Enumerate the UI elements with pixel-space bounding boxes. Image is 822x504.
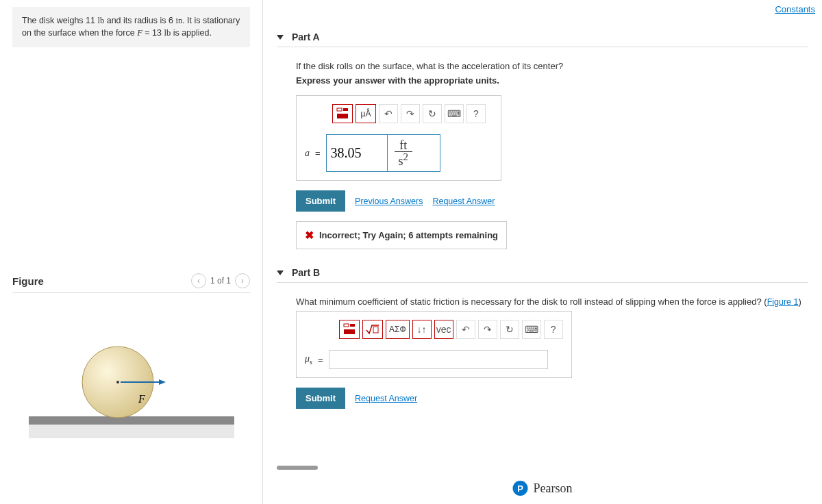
svg-rect-11 bbox=[344, 329, 355, 334]
request-answer-link-a[interactable]: Request Answer bbox=[432, 197, 495, 206]
request-answer-link-b[interactable]: Request Answer bbox=[355, 394, 417, 403]
figure-title: Figure bbox=[12, 275, 44, 287]
pearson-footer: P Pearson bbox=[513, 481, 573, 496]
part-a-title: Part A bbox=[292, 32, 320, 42]
svg-marker-5 bbox=[159, 379, 166, 385]
scroll-indicator[interactable] bbox=[277, 466, 318, 470]
redo-button[interactable]: ↷ bbox=[401, 104, 420, 123]
figure-pager: 1 of 1 bbox=[210, 276, 231, 286]
templates-button-b[interactable] bbox=[339, 320, 360, 339]
reset-button-b[interactable]: ↻ bbox=[500, 320, 519, 339]
svg-rect-6 bbox=[337, 108, 342, 111]
figure-next-button[interactable]: › bbox=[235, 273, 250, 288]
part-b-title: Part B bbox=[292, 267, 320, 278]
svg-rect-9 bbox=[344, 324, 349, 327]
svg-rect-0 bbox=[29, 416, 234, 425]
problem-statement: The disk weighs 11 lb and its radius is … bbox=[12, 7, 250, 47]
part-b-variable: μs bbox=[305, 353, 312, 366]
part-b-answer-box: ΑΣФ ↓↑ vec ↶ ↷ ↻ ⌨ ? μs = bbox=[296, 311, 572, 378]
x-icon: ✖ bbox=[305, 229, 314, 242]
templates-button[interactable] bbox=[332, 104, 353, 123]
reset-button[interactable]: ↻ bbox=[423, 104, 442, 123]
part-b-prompt: What minimum coefficient of static frict… bbox=[296, 297, 808, 307]
figure-image: F bbox=[12, 334, 250, 444]
left-column: The disk weighs 11 lb and its radius is … bbox=[0, 0, 263, 504]
keyboard-button-b[interactable]: ⌨ bbox=[522, 320, 541, 339]
arrows-button[interactable]: ↓↑ bbox=[412, 320, 432, 339]
redo-button-b[interactable]: ↷ bbox=[478, 320, 497, 339]
part-a-prompt: If the disk rolls on the surface, what i… bbox=[296, 61, 808, 71]
help-button[interactable]: ? bbox=[466, 104, 486, 123]
part-a-instruct: Express your answer with the appropriate… bbox=[296, 75, 808, 86]
help-button-b[interactable]: ? bbox=[544, 320, 563, 339]
figure-prev-button[interactable]: ‹ bbox=[191, 273, 206, 288]
part-a-units[interactable]: ft s2 bbox=[388, 134, 441, 172]
force-label: F bbox=[138, 393, 145, 405]
svg-rect-1 bbox=[29, 425, 234, 438]
part-b-value-input[interactable] bbox=[329, 350, 548, 369]
part-a-answer-box: µÅ ↶ ↷ ↻ ⌨ ? a = ft s2 bbox=[296, 95, 501, 181]
svg-rect-8 bbox=[337, 114, 348, 118]
undo-button[interactable]: ↶ bbox=[379, 104, 398, 123]
part-a-value-input[interactable] bbox=[326, 134, 388, 172]
greek-button[interactable]: ΑΣФ bbox=[386, 320, 410, 339]
right-column: Part A If the disk rolls on the surface,… bbox=[263, 0, 822, 504]
equals-sign: = bbox=[315, 148, 321, 158]
caret-down-icon bbox=[277, 270, 284, 275]
svg-rect-12 bbox=[373, 327, 378, 333]
feedback-message: ✖ Incorrect; Try Again; 6 attempts remai… bbox=[296, 221, 507, 249]
equals-sign-b: = bbox=[318, 355, 323, 365]
svg-rect-10 bbox=[350, 324, 355, 327]
keyboard-button[interactable]: ⌨ bbox=[445, 104, 464, 123]
undo-button-b[interactable]: ↶ bbox=[456, 320, 475, 339]
vec-button[interactable]: vec bbox=[434, 320, 453, 339]
part-a-header[interactable]: Part A bbox=[277, 27, 808, 47]
units-button[interactable]: µÅ bbox=[356, 104, 376, 123]
part-a-variable: a bbox=[305, 148, 310, 159]
pearson-logo-icon: P bbox=[513, 481, 528, 496]
figure-link[interactable]: Figure 1 bbox=[767, 297, 799, 307]
caret-down-icon bbox=[277, 35, 284, 40]
part-b-submit-button[interactable]: Submit bbox=[296, 388, 345, 409]
previous-answers-link[interactable]: Previous Answers bbox=[355, 197, 423, 206]
svg-rect-7 bbox=[343, 108, 348, 111]
sqrt-button[interactable] bbox=[362, 320, 383, 339]
svg-point-3 bbox=[116, 381, 119, 383]
part-b-header[interactable]: Part B bbox=[277, 263, 808, 283]
part-a-submit-button[interactable]: Submit bbox=[296, 190, 345, 212]
